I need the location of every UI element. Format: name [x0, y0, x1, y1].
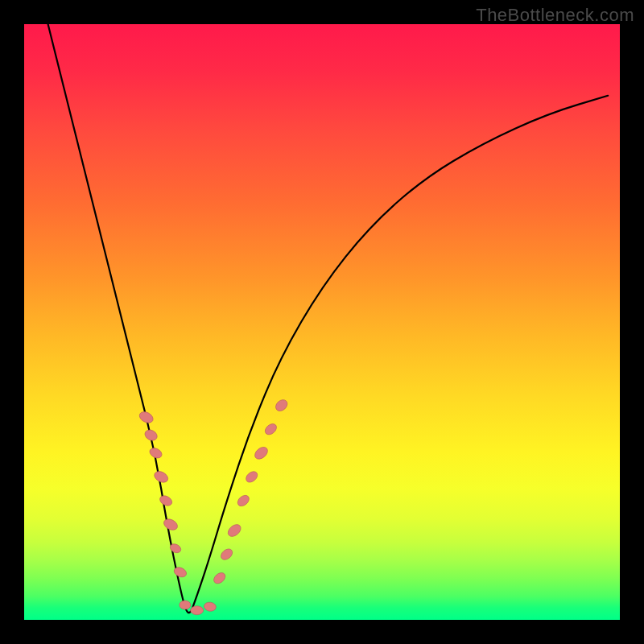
plot-area [24, 24, 620, 620]
bead-right-6 [263, 422, 279, 437]
bead-right-3 [236, 493, 251, 509]
bead-right-7 [274, 398, 290, 414]
bottleneck-curve [48, 24, 609, 613]
beads-group [138, 398, 290, 615]
bead-bottom-0 [180, 601, 191, 609]
bead-left-2 [148, 446, 163, 460]
bead-right-2 [225, 522, 243, 539]
bead-right-0 [212, 571, 227, 586]
watermark-text: TheBottleneck.com [476, 5, 634, 26]
bead-left-5 [162, 517, 179, 532]
bead-left-3 [152, 469, 170, 485]
bead-left-1 [143, 428, 159, 443]
bead-left-0 [138, 410, 155, 425]
bead-right-1 [219, 547, 234, 562]
chart-stage: TheBottleneck.com [0, 0, 644, 644]
chart-svg [24, 24, 620, 620]
bead-bottom-2 [204, 601, 217, 612]
bead-left-7 [172, 566, 188, 580]
bead-right-5 [253, 444, 270, 461]
bead-left-4 [158, 493, 173, 507]
bead-bottom-1 [191, 606, 204, 615]
bead-right-4 [244, 469, 259, 485]
